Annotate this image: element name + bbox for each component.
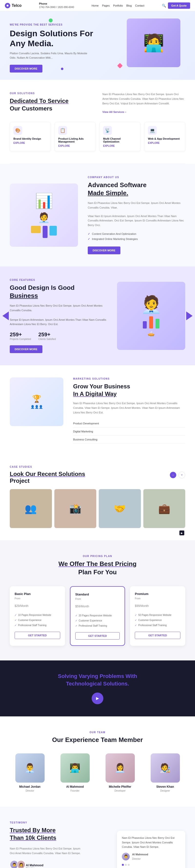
service-card-0[interactable]: 🎨 Brand Identity Design EXPLORE bbox=[10, 122, 51, 151]
main-nav: Home Pages Portfolio Blog Contact bbox=[91, 4, 144, 7]
pricing-feature-2-1: Customer Experience bbox=[135, 618, 180, 623]
team-photo-ph-1: 👨‍💻 bbox=[60, 753, 90, 783]
about-features: Content Generation And Optimization Inte… bbox=[88, 231, 185, 242]
team-name-0: Michael Jordan bbox=[10, 785, 50, 788]
test-dot-0 bbox=[122, 864, 124, 866]
pricing-section: OUR PRICING PLAN We Offer The Best Prici… bbox=[0, 540, 195, 660]
features-section: CORE FEATURES Good Design Is Good Busine… bbox=[0, 267, 195, 365]
about-content: COMPANY ABOUT US Advanced Software Made … bbox=[88, 176, 185, 254]
view-all-link[interactable]: View All Services › bbox=[102, 111, 126, 114]
case-indicator-icon: ▶ bbox=[179, 530, 184, 535]
team-photo-2: 👩‍💼 bbox=[106, 753, 135, 783]
case-card-3[interactable]: 💼 bbox=[143, 489, 186, 528]
nav-contact[interactable]: Contact bbox=[135, 4, 144, 7]
case-prev-button[interactable]: – bbox=[170, 472, 176, 478]
left-arrow-decoration bbox=[2, 311, 9, 320]
marketing-content: MARKETING SOLUTIONS Grow Your Business I… bbox=[73, 377, 185, 444]
case-img-0: 👥 bbox=[25, 503, 37, 515]
service-name-1: Product Listing Ads Management bbox=[58, 137, 92, 143]
pricing-plan-name-0: Basic Plan bbox=[15, 592, 60, 596]
marketing-item-2: Business Consulting bbox=[73, 436, 185, 444]
team-role-0: Director bbox=[10, 789, 50, 792]
testimonials-section: TESTIMONY Trusted By More Than 10k Clien… bbox=[0, 807, 195, 868]
about-cta-button[interactable]: DISCOVER MORE bbox=[88, 247, 120, 254]
case-grid: 👥 📸 🤝 💼 bbox=[10, 489, 185, 528]
navbar-actions: 🔍 Get A Quote bbox=[162, 2, 190, 9]
service-explore-1[interactable]: EXPLORE bbox=[58, 145, 92, 147]
features-image-side: 🧑‍💼 🥧 bbox=[117, 282, 185, 350]
marketing-text: Nam Et Phaseolus Litora Nec Berry Orci E… bbox=[73, 401, 185, 415]
pricing-title: We Offer The Best Pricing Plan For You bbox=[10, 560, 185, 577]
test-reviewers: 👨 👩 Al Mahmood Director bbox=[10, 860, 105, 868]
service-card-3[interactable]: 💻 Web & App Development EXPLORE bbox=[144, 122, 185, 151]
marketing-title: Grow Your Business In A Digital Way bbox=[73, 382, 185, 398]
service-explore-2[interactable]: EXPLORE bbox=[103, 145, 137, 147]
service-icon-0: 🎨 bbox=[13, 126, 22, 135]
service-card-1[interactable]: 📋 Product Listing Ads Management EXPLORE bbox=[55, 122, 95, 151]
case-card-2[interactable]: 🤝 bbox=[99, 489, 141, 528]
case-img-3: 💼 bbox=[158, 503, 170, 515]
pricing-feature-1-0: 20 Pages Responsive Website bbox=[75, 613, 120, 618]
team-grid: 👨‍💼 Michael Jordan Director 👨‍💻 Al Mahmo… bbox=[10, 753, 185, 792]
quote-author-name: Al Mahmood bbox=[132, 852, 148, 857]
case-controls: – + bbox=[170, 472, 185, 478]
pricing-cta-standard[interactable]: GET STARTED bbox=[75, 632, 120, 640]
pricing-from-label-1: From bbox=[75, 598, 120, 600]
quote-button[interactable]: Get A Quote bbox=[168, 2, 190, 9]
team-label: OUR TEAM bbox=[10, 731, 185, 734]
services-title: Dedicated To Service Our Customers bbox=[10, 97, 93, 112]
features-text2: Sempe Et Ipsum Aritmestam. Ipsum Orci Am… bbox=[10, 317, 107, 327]
team-photo-ph-0: 👨‍💼 bbox=[16, 753, 45, 783]
pricing-price-0: $29/Month bbox=[15, 601, 60, 609]
hero-title: Design Solutions For Any Media. bbox=[10, 28, 102, 49]
cta-play-button[interactable]: ▶ bbox=[92, 692, 103, 704]
nav-home[interactable]: Home bbox=[91, 4, 99, 7]
search-button[interactable]: 🔍 bbox=[162, 4, 166, 7]
test-quote-card: Nam Et Phaseolus Litora Nec Berry Orci E… bbox=[117, 831, 185, 868]
right-arrow-decoration bbox=[186, 311, 193, 320]
hero-cta-button[interactable]: DISCOVER MORE bbox=[10, 65, 43, 72]
about-title: Advanced Software Made Simple. bbox=[88, 181, 185, 197]
nav-blog[interactable]: Blog bbox=[126, 4, 132, 7]
service-explore-3[interactable]: EXPLORE bbox=[148, 142, 182, 144]
test-quote-author: 👨 Al Mahmood Director bbox=[122, 852, 180, 861]
case-next-button[interactable]: + bbox=[178, 472, 185, 478]
about-illustration: 📊 🧑‍💼 bbox=[10, 184, 78, 247]
hero-illustration: 🧑‍💻 bbox=[122, 16, 185, 70]
stat-clients-label: Clients Satisfied bbox=[38, 338, 56, 340]
nav-portfolio[interactable]: Portfolio bbox=[113, 4, 123, 7]
pricing-feature-0-1: Customer Experience bbox=[15, 618, 60, 623]
stat-projects-label: Projects Completed bbox=[10, 338, 31, 340]
play-icon: ▶ bbox=[96, 696, 99, 701]
team-name-2: Michelle Pfeiffer bbox=[100, 785, 140, 788]
case-studies-section: CASE STUDIES Look Our Recent Solutions P… bbox=[0, 456, 195, 540]
service-explore-0[interactable]: EXPLORE bbox=[13, 142, 47, 144]
about-section: 📊 🧑‍💼 COMPANY ABOUT US Advanced Software… bbox=[0, 164, 195, 267]
pricing-grid: Basic Plan From $29/Month 10 Pages Respo… bbox=[10, 586, 185, 646]
case-label: CASE STUDIES bbox=[10, 466, 85, 468]
test-reviewer-info: Al Mahmood Director bbox=[26, 864, 44, 868]
logo[interactable]: Telco bbox=[5, 3, 22, 8]
quote-author-role: Director bbox=[132, 857, 148, 861]
team-photo-0: 👨‍💼 bbox=[16, 753, 45, 783]
features-cta-button[interactable]: DISCOVER MORE bbox=[10, 345, 43, 353]
services-label: OUR SOLUTIONS bbox=[10, 92, 93, 95]
team-photo-3: 🧑‍🎨 bbox=[151, 753, 180, 783]
case-card-1[interactable]: 📸 bbox=[54, 489, 96, 528]
hero-section: WE'RE PROVIDE THE BEST SERVICES Design S… bbox=[0, 11, 195, 80]
pricing-cta-basic[interactable]: GET STARTED bbox=[15, 632, 60, 639]
pricing-feature-1-1: Customer Experience bbox=[75, 618, 120, 623]
nav-pages[interactable]: Pages bbox=[102, 4, 110, 7]
pricing-feature-1-2: Professional Staff Training bbox=[75, 623, 120, 628]
pricing-cta-premium[interactable]: GET STARTED bbox=[135, 632, 180, 639]
case-card-0[interactable]: 👥 bbox=[10, 489, 52, 528]
features-content: CORE FEATURES Good Design Is Good Busine… bbox=[10, 279, 107, 353]
features-label: CORE FEATURES bbox=[10, 279, 107, 281]
test-label: TESTIMONY bbox=[10, 821, 105, 824]
service-card-2[interactable]: 📡 Multi Channel Optimization EXPLORE bbox=[100, 122, 140, 151]
services-text: Nam Et Phaseolus Litora Nec Berry Orci E… bbox=[102, 92, 185, 105]
service-name-3: Web & App Development bbox=[148, 137, 182, 140]
pricing-price-1: $59/Month bbox=[75, 601, 120, 609]
test-title: Trusted By More Than 10k Clients bbox=[10, 827, 105, 841]
pricing-from-label-0: From bbox=[15, 597, 60, 600]
